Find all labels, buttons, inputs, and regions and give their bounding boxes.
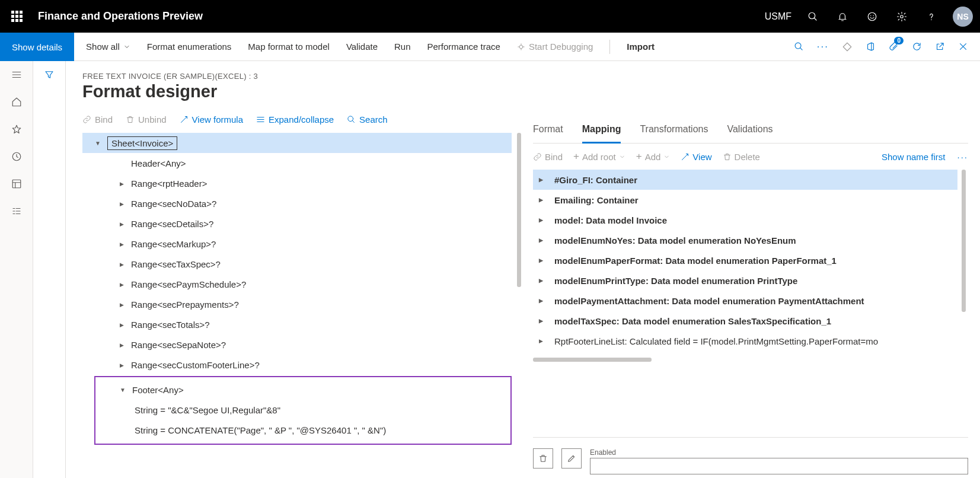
unbind-button[interactable]: Unbind bbox=[126, 114, 167, 125]
mapping-node[interactable]: modelTaxSpec: Data model enumeration Sal… bbox=[533, 311, 957, 331]
format-toolbar: Bind Unbind View formula Expand/collapse… bbox=[82, 114, 521, 125]
close-icon[interactable] bbox=[958, 42, 968, 52]
hamburger-icon[interactable] bbox=[11, 69, 22, 80]
svg-point-3 bbox=[870, 15, 872, 16]
show-all-menu[interactable]: Show all bbox=[86, 42, 130, 52]
star-icon[interactable] bbox=[11, 124, 22, 135]
run-button[interactable]: Run bbox=[394, 42, 411, 52]
tree-node-footer[interactable]: Footer<Any> bbox=[95, 380, 510, 400]
map-format-button[interactable]: Map format to model bbox=[248, 42, 330, 52]
left-rail bbox=[0, 61, 33, 478]
attach-icon[interactable]: 0 bbox=[889, 42, 899, 52]
tree-node[interactable]: Range<secMarkup>? bbox=[82, 234, 512, 254]
command-bar: Show all Format enumerations Map format … bbox=[74, 33, 980, 61]
tree-scrollbar[interactable] bbox=[517, 133, 521, 287]
tree-node[interactable]: Range<secCustomFooterLine>? bbox=[82, 355, 512, 375]
app-title: Finance and Operations Preview bbox=[38, 10, 203, 23]
office-icon[interactable] bbox=[866, 42, 876, 52]
home-icon[interactable] bbox=[11, 97, 22, 107]
body: FREE TEXT INVOICE (ER SAMPLE)(EXCEL) : 3… bbox=[0, 61, 980, 478]
tree-node[interactable]: Range<secTotals>? bbox=[82, 314, 512, 334]
command-area: Show details Show all Format enumeration… bbox=[0, 33, 980, 61]
breadcrumb: FREE TEXT INVOICE (ER SAMPLE)(EXCEL) : 3 bbox=[82, 72, 521, 81]
tree-node-root[interactable]: Sheet<Invoice> bbox=[82, 133, 512, 153]
mapping-node[interactable]: model: Data model Invoice bbox=[533, 210, 957, 230]
tree-node[interactable]: Header<Any> bbox=[82, 153, 512, 173]
help-icon[interactable] bbox=[923, 8, 940, 25]
clock-icon[interactable] bbox=[11, 151, 22, 162]
diamond-icon[interactable] bbox=[842, 42, 853, 52]
tree-node[interactable]: Range<secSepaNote>? bbox=[82, 334, 512, 355]
format-enumerations-button[interactable]: Format enumerations bbox=[147, 42, 232, 52]
show-details-button[interactable]: Show details bbox=[0, 33, 74, 61]
popout-icon[interactable] bbox=[935, 42, 945, 52]
mapping-hscrollbar[interactable] bbox=[533, 358, 652, 362]
svg-rect-11 bbox=[12, 180, 21, 188]
start-debugging-button: Start Debugging bbox=[517, 42, 593, 52]
search-tree-button[interactable]: Search bbox=[347, 114, 388, 125]
performance-trace-button[interactable]: Performance trace bbox=[427, 42, 500, 52]
more-icon[interactable]: ··· bbox=[817, 41, 829, 53]
svg-point-2 bbox=[868, 12, 876, 21]
format-tree: Sheet<Invoice> Header<Any> Range<rptHead… bbox=[82, 133, 521, 445]
divider bbox=[609, 40, 610, 54]
workspace-icon[interactable] bbox=[11, 179, 22, 189]
mapping-node[interactable]: #Giro_FI: Container bbox=[533, 170, 957, 190]
svg-line-13 bbox=[352, 120, 354, 122]
app-launcher-icon[interactable] bbox=[7, 7, 26, 26]
tree-node[interactable]: Range<secNoData>? bbox=[82, 193, 512, 213]
tab-transformations[interactable]: Transformations bbox=[640, 120, 708, 143]
smiley-icon[interactable] bbox=[864, 8, 880, 25]
mapping-node[interactable]: modelPaymentAttachment: Data model enume… bbox=[533, 291, 957, 311]
delete-field-button[interactable] bbox=[533, 448, 553, 469]
mapping-node[interactable]: modelEnumPrintType: Data model enumerati… bbox=[533, 270, 957, 291]
left-pane: FREE TEXT INVOICE (ER SAMPLE)(EXCEL) : 3… bbox=[82, 72, 521, 478]
mapping-toolbar: Bind +Add root +Add View Delete Show nam… bbox=[533, 151, 968, 162]
refresh-icon[interactable] bbox=[912, 42, 922, 52]
tree-node[interactable]: Range<secTaxSpec>? bbox=[82, 254, 512, 274]
modules-icon[interactable] bbox=[11, 206, 22, 216]
add-root-button[interactable]: +Add root bbox=[573, 151, 625, 162]
mapping-node[interactable]: modelEnumNoYes: Data model enumeration N… bbox=[533, 230, 957, 250]
show-name-first-button[interactable]: Show name first bbox=[882, 152, 946, 162]
tab-format[interactable]: Format bbox=[533, 120, 563, 143]
import-button[interactable]: Import bbox=[627, 42, 655, 52]
view-formula-button[interactable]: View formula bbox=[180, 114, 243, 125]
enabled-label: Enabled bbox=[590, 448, 968, 457]
search-command-icon[interactable] bbox=[794, 42, 804, 52]
svg-point-4 bbox=[873, 15, 874, 16]
tree-node[interactable]: Range<secDetails>? bbox=[82, 213, 512, 234]
filter-icon[interactable] bbox=[44, 69, 55, 478]
avatar[interactable]: NS bbox=[953, 7, 973, 27]
svg-line-9 bbox=[800, 48, 802, 50]
search-icon[interactable] bbox=[805, 8, 821, 25]
tab-mapping[interactable]: Mapping bbox=[582, 120, 621, 144]
mapping-node[interactable]: Emailing: Container bbox=[533, 190, 957, 210]
bind-button[interactable]: Bind bbox=[82, 114, 113, 125]
view-button[interactable]: View bbox=[681, 152, 711, 162]
delete-button[interactable]: Delete bbox=[723, 152, 760, 162]
enabled-input[interactable] bbox=[590, 458, 968, 474]
tree-node[interactable]: Range<secPaymSchedule>? bbox=[82, 274, 512, 294]
mapping-node[interactable]: RptFooterLineList: Calculated field = IF… bbox=[533, 331, 957, 351]
validate-button[interactable]: Validate bbox=[346, 42, 378, 52]
tree-node[interactable]: Range<secPrepayments>? bbox=[82, 294, 512, 314]
bell-icon[interactable] bbox=[834, 8, 851, 25]
tree-node[interactable]: String = "&C&"Segoe UI,Regular"&8" bbox=[95, 400, 510, 420]
tabs: Format Mapping Transformations Validatio… bbox=[533, 120, 968, 144]
gear-icon[interactable] bbox=[893, 8, 910, 25]
mapping-tree: #Giro_FI: Container Emailing: Container … bbox=[533, 170, 968, 351]
top-header: Finance and Operations Preview USMF NS bbox=[0, 0, 980, 33]
add-button[interactable]: +Add bbox=[636, 151, 671, 162]
svg-point-5 bbox=[901, 15, 904, 18]
mapping-scrollbar[interactable] bbox=[962, 170, 966, 312]
bind-button-right[interactable]: Bind bbox=[533, 152, 563, 162]
expand-collapse-button[interactable]: Expand/collapse bbox=[256, 114, 334, 125]
more-mapping-icon[interactable]: ··· bbox=[957, 152, 968, 162]
mapping-node[interactable]: modelEnumPaperFormat: Data model enumera… bbox=[533, 250, 957, 270]
company-code[interactable]: USMF bbox=[765, 11, 791, 22]
tree-node[interactable]: String = CONCATENATE("Page", " &P ", "@S… bbox=[95, 420, 510, 440]
tab-validations[interactable]: Validations bbox=[727, 120, 772, 143]
tree-node[interactable]: Range<rptHeader> bbox=[82, 173, 512, 193]
edit-field-button[interactable] bbox=[561, 448, 582, 469]
